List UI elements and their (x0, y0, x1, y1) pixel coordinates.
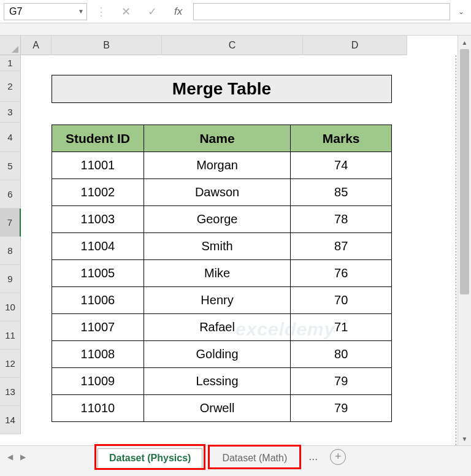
row-header-12[interactable]: 12 (0, 350, 21, 378)
title-merged-cell[interactable]: Merge Table (52, 75, 392, 103)
name-box-dropdown-icon[interactable]: ▼ (78, 8, 84, 15)
cell-name[interactable]: Lessing (144, 368, 290, 395)
column-header-A[interactable]: A (21, 36, 52, 55)
enter-icon[interactable]: ✓ (142, 5, 163, 18)
row-header-10[interactable]: 10 (0, 293, 21, 321)
cell-marks[interactable]: 85 (291, 179, 392, 206)
cell-name[interactable]: George (144, 206, 290, 233)
sheet-area: ABCD Merge Table Student ID Name Marks 1… (21, 36, 471, 445)
table-row: 11010Orwell79 (52, 395, 392, 422)
separator: ⋮ (92, 5, 110, 18)
cell-id[interactable]: 11003 (52, 206, 144, 233)
column-header-C[interactable]: C (162, 36, 303, 55)
cell-name[interactable]: Smith (144, 233, 290, 260)
data-table: Student ID Name Marks 11001Morgan7411002… (52, 125, 392, 422)
tab-more-icon[interactable]: ... (304, 450, 323, 463)
cell-id[interactable]: 11002 (52, 179, 144, 206)
table-row: 11009Lessing79 (52, 368, 392, 395)
row-header-8[interactable]: 8 (0, 237, 21, 265)
row-header-column: 1234567891011121314 (0, 36, 21, 445)
table-row: 11006Henry70 (52, 287, 392, 314)
table-row: 11003George78 (52, 206, 392, 233)
scroll-down-icon[interactable]: ▼ (458, 432, 471, 445)
table-row: 11002Dawson85 (52, 179, 392, 206)
cells-area[interactable]: Merge Table Student ID Name Marks 11001M… (21, 55, 471, 445)
cell-name[interactable]: Morgan (144, 152, 290, 179)
cell-id[interactable]: 11001 (52, 152, 144, 179)
header-marks[interactable]: Marks (291, 125, 392, 152)
row-header-2[interactable]: 2 (0, 71, 21, 102)
sheet-tab-math[interactable]: Dataset (Math) (211, 449, 298, 467)
tab-nav-next-icon[interactable]: ▶ (18, 453, 28, 461)
cancel-icon[interactable]: ✕ (115, 5, 137, 18)
highlight-inactive-tab: Dataset (Math) (208, 445, 301, 469)
cell-id[interactable]: 11008 (52, 341, 144, 368)
formula-input[interactable] (193, 3, 450, 20)
cell-name[interactable]: Golding (144, 341, 290, 368)
highlight-active-tab: Dataset (Physics) (94, 444, 205, 470)
table-row: 11008Golding80 (52, 341, 392, 368)
scroll-thumb[interactable] (460, 49, 469, 294)
table-row: 11005Mike76 (52, 260, 392, 287)
row-header-3[interactable]: 3 (0, 102, 21, 123)
top-strip (0, 23, 471, 36)
table-header-row: Student ID Name Marks (52, 125, 392, 152)
cell-id[interactable]: 11010 (52, 395, 144, 422)
row-header-4[interactable]: 4 (0, 123, 21, 152)
row-header-7[interactable]: 7 (0, 209, 21, 237)
cell-name[interactable]: Rafael (144, 314, 290, 341)
table-row: 11004Smith87 (52, 233, 392, 260)
new-sheet-button[interactable]: + (330, 449, 346, 465)
cell-marks[interactable]: 70 (291, 287, 392, 314)
cell-id[interactable]: 11009 (52, 368, 144, 395)
cell-id[interactable]: 11006 (52, 287, 144, 314)
title-text: Merge Table (172, 79, 271, 99)
column-header-D[interactable]: D (303, 36, 407, 55)
cell-id[interactable]: 11005 (52, 260, 144, 287)
row-header-9[interactable]: 9 (0, 265, 21, 293)
cell-name[interactable]: Dawson (144, 179, 290, 206)
cell-marks[interactable]: 79 (291, 368, 392, 395)
cell-marks[interactable]: 74 (291, 152, 392, 179)
row-header-11[interactable]: 11 (0, 321, 21, 350)
cell-marks[interactable]: 76 (291, 260, 392, 287)
vertical-scrollbar[interactable]: ▲ ▼ (458, 36, 471, 445)
row-header-13[interactable]: 13 (0, 378, 21, 406)
cell-marks[interactable]: 78 (291, 206, 392, 233)
cell-marks[interactable]: 71 (291, 314, 392, 341)
cell-marks[interactable]: 79 (291, 395, 392, 422)
grid-wrapper: 1234567891011121314 ABCD Merge Table Stu… (0, 36, 471, 445)
sheet-tab-physics[interactable]: Dataset (Physics) (98, 448, 202, 468)
cell-name[interactable]: Mike (144, 260, 290, 287)
cell-marks[interactable]: 87 (291, 233, 392, 260)
row-header-14[interactable]: 14 (0, 406, 21, 434)
scroll-up-icon[interactable]: ▲ (458, 36, 471, 49)
cell-marks[interactable]: 80 (291, 341, 392, 368)
row-header-1[interactable]: 1 (0, 55, 21, 71)
formula-expand-icon[interactable]: ⌄ (455, 7, 467, 16)
table-row: 11001Morgan74 (52, 152, 392, 179)
row-header-5[interactable]: 5 (0, 152, 21, 180)
fx-icon[interactable]: fx (168, 6, 188, 18)
table-row: 11007Rafael71 (52, 314, 392, 341)
column-header-B[interactable]: B (52, 36, 162, 55)
header-name[interactable]: Name (144, 125, 290, 152)
tab-nav-prev-icon[interactable]: ◀ (5, 453, 15, 461)
cell-id[interactable]: 11004 (52, 233, 144, 260)
name-box[interactable]: G7 ▼ (4, 3, 87, 20)
cell-name[interactable]: Henry (144, 287, 290, 314)
cell-id[interactable]: 11007 (52, 314, 144, 341)
column-header-row: ABCD (21, 36, 471, 55)
formula-bar-row: G7 ▼ ⋮ ✕ ✓ fx ⌄ (0, 0, 471, 23)
cell-name[interactable]: Orwell (144, 395, 290, 422)
select-all-corner[interactable] (0, 36, 21, 55)
name-box-value: G7 (9, 6, 22, 17)
sheet-tab-bar: ◀ ▶ Dataset (Physics) Dataset (Math) ...… (0, 445, 471, 467)
header-student-id[interactable]: Student ID (52, 125, 144, 152)
row-header-6[interactable]: 6 (0, 180, 21, 209)
